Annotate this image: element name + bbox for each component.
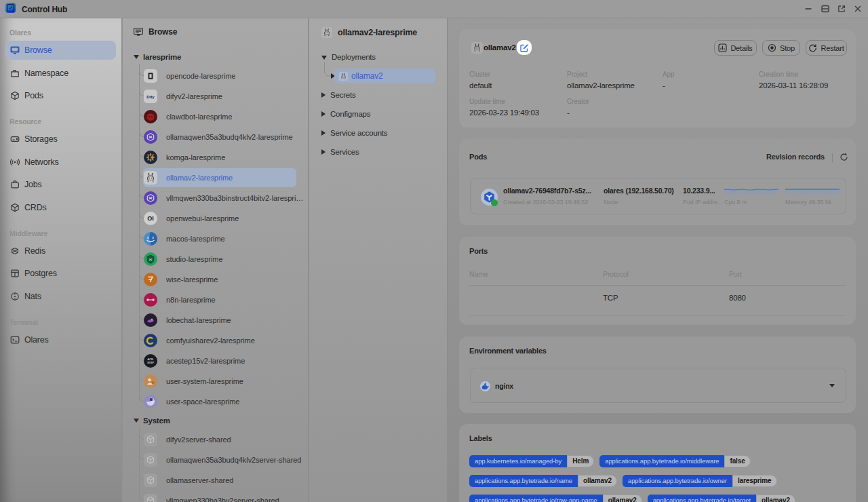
svg-text:OI: OI: [147, 215, 153, 222]
svg-text:Dify: Dify: [146, 94, 155, 99]
svg-text:STEP: STEP: [147, 361, 155, 364]
